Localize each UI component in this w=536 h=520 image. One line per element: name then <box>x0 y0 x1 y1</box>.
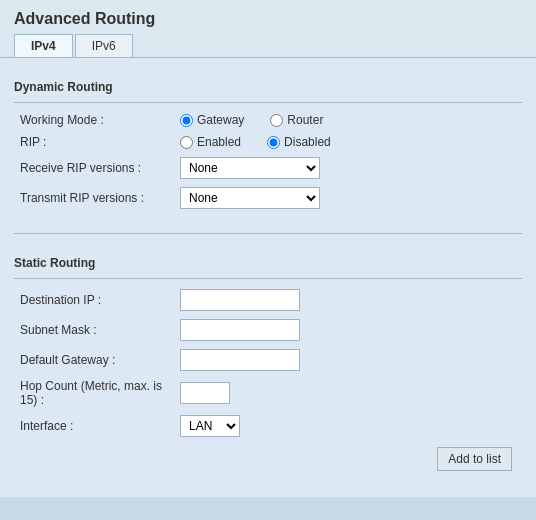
working-mode-label: Working Mode : <box>20 113 180 127</box>
destination-ip-label: Destination IP : <box>20 293 180 307</box>
tab-bar: IPv4 IPv6 <box>0 34 536 58</box>
rip-disabled-label: Disabled <box>284 135 331 149</box>
hop-count-input[interactable] <box>180 382 230 404</box>
static-routing-header: Static Routing <box>14 250 522 279</box>
interface-row: Interface : LAN WAN <box>14 415 522 437</box>
interface-input-group: LAN WAN <box>180 415 240 437</box>
page-title: Advanced Routing <box>0 0 536 34</box>
subnet-mask-label: Subnet Mask : <box>20 323 180 337</box>
transmit-rip-select[interactable]: None <box>180 187 320 209</box>
subnet-mask-row: Subnet Mask : <box>14 319 522 341</box>
dynamic-routing-header: Dynamic Routing <box>14 74 522 103</box>
destination-ip-row: Destination IP : <box>14 289 522 311</box>
rip-enabled-label: Enabled <box>197 135 241 149</box>
rip-radio-group: Enabled Disabled <box>180 135 351 149</box>
receive-rip-label: Receive RIP versions : <box>20 161 180 175</box>
working-mode-router-label: Router <box>287 113 323 127</box>
subnet-mask-input[interactable] <box>180 319 300 341</box>
rip-label: RIP : <box>20 135 180 149</box>
hop-count-label: Hop Count (Metric, max. is 15) : <box>20 379 180 407</box>
transmit-rip-label: Transmit RIP versions : <box>20 191 180 205</box>
interface-label: Interface : <box>20 419 180 433</box>
default-gateway-input[interactable] <box>180 349 300 371</box>
rip-disabled-radio[interactable] <box>267 136 280 149</box>
rip-row: RIP : Enabled Disabled <box>14 135 522 149</box>
working-mode-gateway-radio[interactable] <box>180 114 193 127</box>
working-mode-router-option[interactable]: Router <box>270 113 323 127</box>
rip-enabled-radio[interactable] <box>180 136 193 149</box>
dynamic-routing-section: Dynamic Routing Working Mode : Gateway R… <box>14 68 522 223</box>
tab-ipv4[interactable]: IPv4 <box>14 34 73 57</box>
default-gateway-label: Default Gateway : <box>20 353 180 367</box>
section-divider <box>14 233 522 234</box>
receive-rip-row: Receive RIP versions : None <box>14 157 522 179</box>
static-routing-section: Static Routing Destination IP : Subnet M… <box>14 244 522 487</box>
transmit-rip-row: Transmit RIP versions : None <box>14 187 522 209</box>
working-mode-router-radio[interactable] <box>270 114 283 127</box>
rip-disabled-option[interactable]: Disabled <box>267 135 331 149</box>
default-gateway-row: Default Gateway : <box>14 349 522 371</box>
rip-enabled-option[interactable]: Enabled <box>180 135 241 149</box>
interface-select[interactable]: LAN WAN <box>180 415 240 437</box>
working-mode-row: Working Mode : Gateway Router <box>14 113 522 127</box>
tab-ipv6[interactable]: IPv6 <box>75 34 133 57</box>
receive-rip-select[interactable]: None <box>180 157 320 179</box>
destination-ip-input[interactable] <box>180 289 300 311</box>
hop-count-row: Hop Count (Metric, max. is 15) : <box>14 379 522 407</box>
working-mode-gateway-option[interactable]: Gateway <box>180 113 244 127</box>
working-mode-gateway-label: Gateway <box>197 113 244 127</box>
add-to-list-button[interactable]: Add to list <box>437 447 512 471</box>
working-mode-radio-group: Gateway Router <box>180 113 343 127</box>
